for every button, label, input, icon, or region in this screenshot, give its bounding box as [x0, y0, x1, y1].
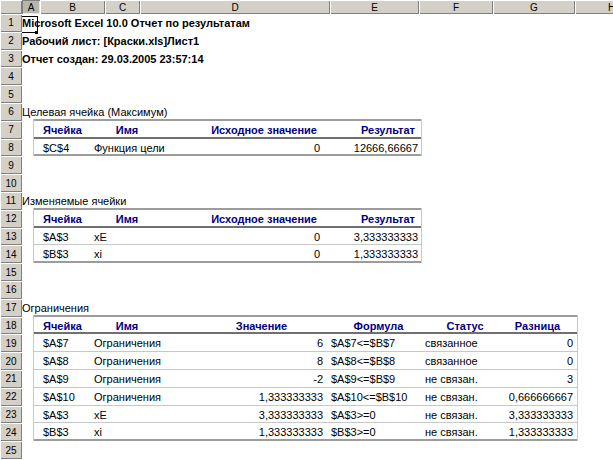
- table-cell[interactable]: 1,333333333: [200, 423, 323, 441]
- row-header-10[interactable]: 10: [0, 174, 22, 192]
- table-cell[interactable]: xE: [94, 406, 194, 424]
- row-header-13[interactable]: 13: [0, 228, 22, 246]
- row-header-4[interactable]: 4: [0, 67, 22, 85]
- table-header-cell[interactable]: Разница: [500, 317, 575, 335]
- row-header-1[interactable]: 1: [0, 14, 22, 32]
- table-cell[interactable]: $A$8<=$B$8: [331, 352, 426, 370]
- row-header-12[interactable]: 12: [0, 210, 22, 228]
- row-header-25[interactable]: 25: [0, 441, 22, 459]
- column-header-G[interactable]: G: [493, 0, 575, 14]
- column-header-B[interactable]: B: [40, 0, 105, 14]
- table-cell[interactable]: 0: [200, 139, 320, 157]
- row-header-17[interactable]: 17: [0, 299, 22, 317]
- table-cell[interactable]: -2: [200, 370, 323, 388]
- table-cell[interactable]: $B$3: [43, 245, 93, 263]
- table-left-border: [33, 119, 34, 157]
- row-header-7[interactable]: 7: [0, 121, 22, 139]
- table-cell[interactable]: $A$7<=$B$7: [331, 334, 426, 352]
- table-cell[interactable]: $A$9: [43, 370, 93, 388]
- column-header-H[interactable]: H: [575, 0, 613, 14]
- table-cell[interactable]: xi: [94, 245, 206, 263]
- row-header-2[interactable]: 2: [0, 32, 22, 50]
- table-cell[interactable]: Ограничения: [94, 388, 194, 406]
- table-cell[interactable]: 3,333333333: [470, 406, 573, 424]
- table-cell[interactable]: 3,333333333: [308, 228, 418, 246]
- table-right-border: [421, 119, 422, 157]
- table-cell[interactable]: 6: [200, 334, 323, 352]
- table-cell[interactable]: 0: [200, 245, 320, 263]
- table-cell[interactable]: $C$4: [43, 139, 93, 157]
- table-cell[interactable]: 3,333333333: [200, 406, 323, 424]
- report-created-line[interactable]: Отчет создан: 29.03.2005 23:57:14: [22, 50, 204, 68]
- table-right-border: [577, 315, 578, 442]
- table-cell[interactable]: 0,666666667: [470, 388, 573, 406]
- table-cell[interactable]: 1,333333333: [470, 423, 573, 441]
- table-cell[interactable]: Ограничения: [94, 370, 194, 388]
- row-header-6[interactable]: 6: [0, 103, 22, 121]
- table-cell[interactable]: 0: [200, 228, 320, 246]
- table-cell[interactable]: Функция цели: [94, 139, 206, 157]
- table-cell[interactable]: 3: [470, 370, 573, 388]
- table-cell[interactable]: $A$10: [43, 388, 93, 406]
- row-header-9[interactable]: 9: [0, 156, 22, 174]
- row-header-15[interactable]: 15: [0, 263, 22, 281]
- table-cell[interactable]: 1,333333333: [308, 245, 418, 263]
- table-left-border: [33, 315, 34, 442]
- column-header-A[interactable]: A: [22, 0, 40, 14]
- table-cell[interactable]: $A$3>=0: [331, 406, 426, 424]
- row-header-20[interactable]: 20: [0, 352, 22, 370]
- table-cell[interactable]: $A$3: [43, 406, 93, 424]
- row-header-5[interactable]: 5: [0, 85, 22, 103]
- column-header-D[interactable]: D: [140, 0, 330, 14]
- row-header-8[interactable]: 8: [0, 139, 22, 157]
- table-header-cell[interactable]: Результат: [330, 210, 415, 228]
- column-header-F[interactable]: F: [419, 0, 493, 14]
- select-all-corner[interactable]: [0, 0, 22, 14]
- row-header-18[interactable]: 18: [0, 317, 22, 335]
- table-header-cell[interactable]: Статус: [425, 317, 505, 335]
- table-cell[interactable]: $A$10<=$B$10: [331, 388, 426, 406]
- excel-worksheet: Microsoft Excel 10.0 Отчет по результата…: [0, 0, 613, 460]
- report-title-line[interactable]: Microsoft Excel 10.0 Отчет по результата…: [22, 14, 250, 32]
- table-right-border: [421, 208, 422, 263]
- table-header-cell[interactable]: Значение: [200, 317, 323, 335]
- table-cell[interactable]: 1,333333333: [200, 388, 323, 406]
- column-header-C[interactable]: C: [105, 0, 140, 14]
- table-cell[interactable]: Ограничения: [94, 352, 194, 370]
- row-header-16[interactable]: 16: [0, 281, 22, 299]
- table-cell[interactable]: $B$3>=0: [331, 423, 426, 441]
- table-cell[interactable]: 12666,66667: [308, 139, 418, 157]
- table-cell[interactable]: $A$9<=$B$9: [331, 370, 426, 388]
- table-cell[interactable]: xi: [94, 423, 194, 441]
- table-header-cell[interactable]: Исходное значение: [150, 210, 317, 228]
- table-header-cell[interactable]: Имя: [94, 317, 160, 335]
- table-left-border: [33, 208, 34, 263]
- table-cell[interactable]: Ограничения: [94, 334, 194, 352]
- table-cell[interactable]: 0: [470, 352, 573, 370]
- row-header-24[interactable]: 24: [0, 423, 22, 441]
- table-cell[interactable]: $A$8: [43, 352, 93, 370]
- row-header-23[interactable]: 23: [0, 406, 22, 424]
- row-header-3[interactable]: 3: [0, 50, 22, 68]
- row-header-22[interactable]: 22: [0, 388, 22, 406]
- table-header-cell[interactable]: Результат: [330, 121, 415, 139]
- row-header-11[interactable]: 11: [0, 192, 22, 210]
- report-worksheet-line[interactable]: Рабочий лист: [Краски.xls]Лист1: [22, 32, 199, 50]
- table-cell[interactable]: $A$7: [43, 334, 93, 352]
- table-header-cell[interactable]: Исходное значение: [150, 121, 317, 139]
- table-header-cell[interactable]: Формула: [331, 317, 426, 335]
- table-cell[interactable]: 0: [470, 334, 573, 352]
- row-header-21[interactable]: 21: [0, 370, 22, 388]
- table-cell[interactable]: 8: [200, 352, 323, 370]
- row-header-19[interactable]: 19: [0, 334, 22, 352]
- table-cell[interactable]: $B$3: [43, 423, 93, 441]
- column-header-E[interactable]: E: [330, 0, 419, 14]
- table-cell[interactable]: xE: [94, 228, 206, 246]
- row-header-14[interactable]: 14: [0, 245, 22, 263]
- fill-handle[interactable]: [35, 31, 38, 34]
- table-cell[interactable]: $A$3: [43, 228, 93, 246]
